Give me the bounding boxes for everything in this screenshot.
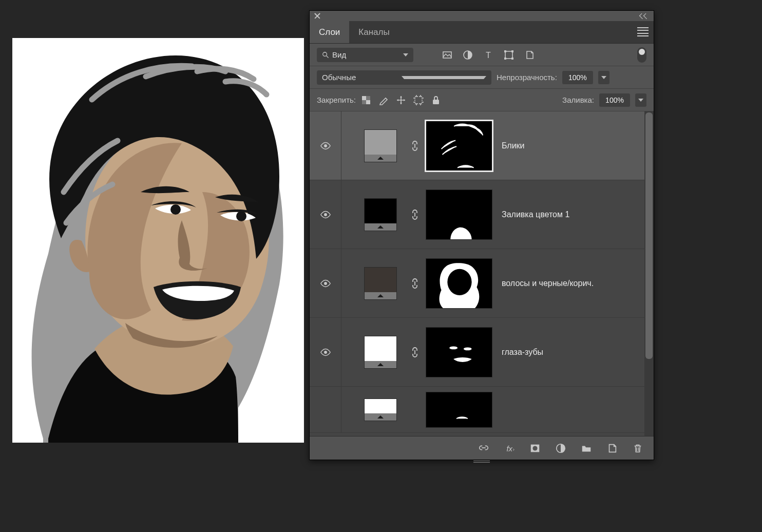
- visibility-toggle[interactable]: [310, 249, 341, 317]
- lock-pixels-icon[interactable]: [378, 95, 389, 105]
- layer-row[interactable]: Заливка цветом 1: [310, 180, 654, 249]
- chevron-down-icon: [402, 76, 486, 79]
- panel-footer: fx: [310, 436, 654, 460]
- lock-all-icon[interactable]: [431, 95, 441, 105]
- svg-point-27: [464, 347, 472, 350]
- link-icon[interactable]: [408, 346, 421, 358]
- tab-channels[interactable]: Каналы: [349, 21, 398, 43]
- svg-line-3: [327, 55, 329, 58]
- mask-thumbnail[interactable]: [426, 327, 492, 377]
- link-layers-button[interactable]: [478, 443, 489, 454]
- fill-thumbnail[interactable]: [364, 398, 397, 421]
- mask-thumbnail[interactable]: [426, 258, 492, 309]
- layer-list: Блики Заливка цветом 1: [310, 111, 654, 436]
- fill-thumbnail[interactable]: [364, 336, 397, 369]
- fill-thumbnail[interactable]: [364, 267, 397, 300]
- svg-rect-8: [504, 50, 506, 52]
- scroll-thumb[interactable]: [645, 112, 653, 359]
- opacity-flyout[interactable]: [598, 71, 609, 84]
- new-layer-button[interactable]: [606, 443, 618, 454]
- svg-point-19: [324, 213, 327, 216]
- svg-point-2: [323, 52, 327, 56]
- adjustment-layer-button[interactable]: [555, 443, 566, 454]
- fill-thumbnail[interactable]: [364, 198, 397, 231]
- link-icon[interactable]: [408, 208, 421, 221]
- mask-thumbnail[interactable]: [426, 392, 492, 428]
- svg-rect-15: [362, 100, 366, 104]
- panel-titlebar[interactable]: [310, 11, 654, 21]
- delete-layer-button[interactable]: [632, 443, 643, 454]
- svg-point-30: [532, 446, 537, 450]
- lock-row: Закрепить: Заливка: 100%: [310, 89, 654, 111]
- filter-smart-icon[interactable]: [524, 50, 535, 60]
- svg-rect-10: [504, 58, 506, 60]
- tab-layers[interactable]: Слои: [310, 21, 349, 43]
- svg-text:fx: fx: [507, 444, 513, 452]
- svg-point-1: [236, 211, 246, 221]
- filter-row: Вид T: [310, 44, 654, 66]
- svg-point-25: [324, 351, 327, 354]
- svg-rect-13: [366, 100, 370, 104]
- link-icon[interactable]: [408, 404, 421, 416]
- fill-value[interactable]: 100%: [599, 93, 630, 107]
- lock-artboard-icon[interactable]: [413, 95, 424, 105]
- resize-grip[interactable]: [473, 460, 490, 463]
- fill-thumbnail[interactable]: [364, 129, 397, 162]
- layer-style-button[interactable]: fx: [504, 443, 515, 454]
- close-icon[interactable]: [314, 12, 321, 20]
- svg-rect-12: [362, 96, 366, 100]
- svg-point-24: [464, 278, 467, 281]
- link-icon[interactable]: [408, 277, 421, 290]
- layer-row[interactable]: Блики: [310, 111, 654, 180]
- add-mask-button[interactable]: [529, 443, 541, 454]
- eye-icon: [320, 279, 331, 288]
- svg-rect-16: [415, 97, 422, 104]
- layer-name[interactable]: Заливка цветом 1: [502, 210, 654, 219]
- filter-shape-icon[interactable]: [504, 50, 514, 60]
- fill-flyout[interactable]: [635, 93, 646, 107]
- svg-point-20: [324, 282, 327, 285]
- svg-rect-22: [452, 289, 464, 292]
- link-icon[interactable]: [408, 140, 421, 152]
- visibility-toggle[interactable]: [310, 318, 341, 386]
- lock-label: Закрепить:: [317, 96, 356, 104]
- layer-row[interactable]: [310, 387, 654, 433]
- layer-name[interactable]: Блики: [502, 141, 654, 150]
- chevron-down-icon: [403, 53, 408, 56]
- svg-rect-17: [433, 100, 439, 104]
- collapse-icon[interactable]: [639, 13, 649, 19]
- blend-row: Обычные Непрозрачность: 100%: [310, 66, 654, 89]
- eye-icon: [320, 211, 331, 219]
- document-canvas[interactable]: [12, 38, 304, 443]
- svg-text:T: T: [486, 51, 491, 60]
- new-group-button[interactable]: [581, 443, 592, 454]
- layer-name[interactable]: волосы и черные/корич.: [502, 279, 654, 288]
- mask-thumbnail[interactable]: [426, 121, 492, 171]
- svg-rect-14: [366, 96, 370, 100]
- layer-row[interactable]: волосы и черные/корич.: [310, 249, 654, 318]
- panel-tabs: Слои Каналы: [310, 21, 654, 44]
- visibility-toggle[interactable]: [310, 180, 341, 249]
- opacity-label: Непрозрачность:: [497, 73, 557, 82]
- layer-type-filter[interactable]: Вид: [317, 48, 413, 62]
- filter-toggle[interactable]: [637, 47, 646, 63]
- blend-mode-select[interactable]: Обычные: [317, 70, 491, 85]
- filter-pixel-icon[interactable]: [442, 50, 452, 60]
- svg-point-18: [324, 144, 327, 147]
- filter-adjustment-icon[interactable]: [463, 50, 473, 60]
- filter-type-icon[interactable]: T: [483, 50, 493, 60]
- layer-row[interactable]: глаза-зубы: [310, 318, 654, 387]
- mask-thumbnail[interactable]: [426, 189, 492, 240]
- lock-transparency-icon[interactable]: [361, 95, 371, 105]
- opacity-value[interactable]: 100%: [562, 71, 593, 84]
- layer-name[interactable]: глаза-зубы: [502, 348, 654, 357]
- layer-scrollbar[interactable]: [644, 111, 654, 436]
- visibility-toggle[interactable]: [310, 111, 341, 180]
- visibility-toggle[interactable]: [310, 387, 341, 432]
- panel-menu-icon[interactable]: [637, 27, 649, 36]
- lock-position-icon[interactable]: [396, 95, 406, 105]
- eye-icon: [320, 142, 331, 150]
- layers-panel: Слои Каналы Вид T Обычные Непрозрачность…: [309, 10, 654, 460]
- search-icon: [322, 51, 329, 59]
- blend-mode-value: Обычные: [322, 73, 402, 82]
